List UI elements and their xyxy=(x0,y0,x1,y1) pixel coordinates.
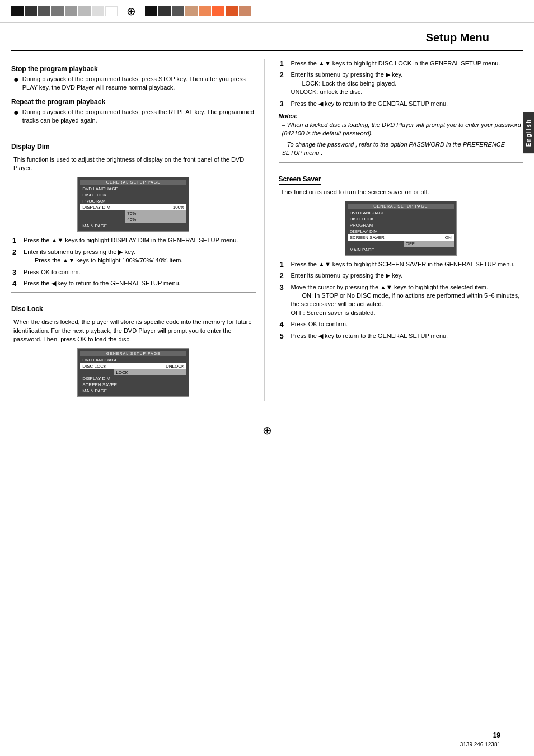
step-number: 4 xyxy=(12,279,20,288)
step-text: Press the ◀ key to return to the GENERAL… xyxy=(291,332,448,340)
divider xyxy=(11,292,256,293)
step-text: Press OK to confirm. xyxy=(24,268,80,276)
repeat-program-text: During playback of the programmed tracks… xyxy=(22,108,256,125)
menu-row-display-dim: DISPLAY DIM100% xyxy=(80,204,186,210)
top-bar: ⊕ xyxy=(0,0,534,23)
repeat-program-bullet: ● During playback of the programmed trac… xyxy=(13,108,256,125)
disc-lock-menu: GENERAL SETUP PAGE DVD LANGUAGE DISC LOC… xyxy=(77,348,189,397)
right-margin-line xyxy=(517,28,517,728)
left-margin-line xyxy=(6,28,6,728)
display-dim-step-4: 4 Press the ◀ key to return to the GENER… xyxy=(12,279,256,288)
screen-saver-step-1: 1 Press the ▲▼ keys to highlight SCREEN … xyxy=(280,260,523,269)
menu-row-program: LOCK xyxy=(114,369,186,375)
section-repeat-program: Repeat the program playback ● During pla… xyxy=(11,98,256,125)
step-text: Press the ▲▼ keys to highlight SCREEN SA… xyxy=(291,260,515,269)
note-1: – When a locked disc is loading, the DVD… xyxy=(282,121,523,138)
menu-title: GENERAL SETUP PAGE xyxy=(80,180,186,185)
screen-saver-step-4: 4 Press OK to confirm. xyxy=(280,320,523,328)
step-number: 4 xyxy=(280,320,288,328)
color-block xyxy=(226,6,238,16)
product-code: 3139 246 12381 xyxy=(460,741,500,748)
step-number: 3 xyxy=(12,268,20,276)
color-block xyxy=(199,6,211,16)
step-text: Press the ◀ key to return to the GENERAL… xyxy=(291,100,448,108)
screen-saver-step-3: 3 Move the cursor by pressing the ▲▼ key… xyxy=(280,283,523,318)
disc-lock-step-2: 2 Enter its submenu by pressing the ▶ ke… xyxy=(280,71,523,96)
screen-saver-menu: GENERAL SETUP PAGE DVD LANGUAGE DISC LOC… xyxy=(345,201,457,256)
note-2: – To change the password , refer to the … xyxy=(282,140,523,158)
menu-row-display-dim: DISPLAY DIM xyxy=(80,375,186,382)
menu-row-disc-lock: DISC LOCK xyxy=(80,192,186,198)
screen-saver-body: This function is used to turn the screen… xyxy=(281,188,523,196)
compass-icon: ⊕ xyxy=(127,4,136,18)
section-display-dim: Display Dim This function is used to adj… xyxy=(11,135,256,288)
color-block xyxy=(51,6,64,16)
step-number: 1 xyxy=(280,260,288,269)
disc-lock-step-1: 1 Press the ▲▼ keys to highlight DISC LO… xyxy=(280,59,523,68)
color-strip-right xyxy=(145,6,251,16)
step-number: 1 xyxy=(280,59,288,68)
step-number: 5 xyxy=(280,332,288,340)
screen-saver-heading: Screen Saver xyxy=(279,175,321,185)
step-number: 2 xyxy=(12,248,20,265)
color-block xyxy=(92,6,104,16)
divider xyxy=(11,130,256,130)
step-number: 2 xyxy=(280,71,288,96)
menu-row-screen-saver: SCREEN SAVER xyxy=(80,382,186,388)
color-block xyxy=(212,6,224,16)
step-number: 3 xyxy=(280,100,288,108)
divider xyxy=(279,162,523,163)
display-dim-step-1: 1 Press the ▲▼ keys to highlight DISPLAY… xyxy=(12,236,256,245)
step-text: Enter its submenu by pressing the ▶ key.… xyxy=(291,71,403,96)
menu-title: GENERAL SETUP PAGE xyxy=(80,351,186,356)
color-block xyxy=(158,6,171,16)
step-text: Press the ▲▼ keys to highlight DISPLAY D… xyxy=(24,236,238,245)
step-text: Press the ◀ key to return to the GENERAL… xyxy=(24,279,181,288)
color-block xyxy=(172,6,184,16)
display-dim-steps: 1 Press the ▲▼ keys to highlight DISPLAY… xyxy=(11,236,256,288)
color-block xyxy=(239,6,251,16)
screen-saver-steps: 1 Press the ▲▼ keys to highlight SCREEN … xyxy=(279,260,523,340)
menu-row-display-dim: DISPLAY DIM xyxy=(348,228,454,234)
bottom-compass: ⊕ xyxy=(0,424,534,437)
menu-row-dvd-language: DVD LANGUAGE xyxy=(80,186,186,192)
menu-row-program: PROGRAM xyxy=(80,198,186,204)
menu-title: GENERAL SETUP PAGE xyxy=(348,204,454,209)
section-disc-lock: Disc Lock When the disc is locked, the p… xyxy=(11,297,256,397)
display-dim-step-2: 2 Enter its submenu by pressing the ▶ ke… xyxy=(12,248,256,265)
stop-program-text: During playback of the programmed tracks… xyxy=(22,75,256,92)
menu-row-disc-lock: DISC LOCKUNLOCK xyxy=(80,363,186,369)
main-content: Stop the program playback ● During playb… xyxy=(0,59,534,401)
color-block xyxy=(78,6,91,16)
left-column: Stop the program playback ● During playb… xyxy=(11,59,265,401)
section-screen-saver: Screen Saver This function is used to tu… xyxy=(279,167,523,341)
display-dim-body: This function is used to adjust the brig… xyxy=(13,156,256,173)
color-strip-left xyxy=(11,6,118,16)
english-tab: English xyxy=(523,112,534,153)
screen-saver-step-5: 5 Press the ◀ key to return to the GENER… xyxy=(280,332,523,340)
menu-row-main-page: MAIN PAGE xyxy=(348,247,454,253)
step-text: Enter its submenu by pressing the ▶ key. xyxy=(291,271,403,280)
disc-lock-body: When the disc is locked, the player will… xyxy=(13,318,256,344)
color-block xyxy=(25,6,37,16)
bullet-icon: ● xyxy=(13,108,19,125)
color-block xyxy=(145,6,157,16)
color-block xyxy=(65,6,77,16)
repeat-program-heading: Repeat the program playback xyxy=(11,98,256,106)
stop-program-heading: Stop the program playback xyxy=(11,65,256,73)
menu-row-40: 40% xyxy=(125,217,186,223)
step-text: Press OK to confirm. xyxy=(291,320,348,328)
color-block xyxy=(11,6,24,16)
step-number: 1 xyxy=(12,236,20,245)
screen-saver-step-2: 2 Enter its submenu by pressing the ▶ ke… xyxy=(280,271,523,280)
bullet-icon: ● xyxy=(13,75,19,92)
right-column: 1 Press the ▲▼ keys to highlight DISC LO… xyxy=(276,59,523,401)
step-text: Press the ▲▼ keys to highlight DISC LOCK… xyxy=(291,59,500,68)
step-number: 3 xyxy=(280,283,288,318)
section-stop-program: Stop the program playback ● During playb… xyxy=(11,65,256,92)
menu-row-screen-saver: SCREEN SAVERON xyxy=(348,234,454,241)
color-block xyxy=(185,6,198,16)
menu-row-program: PROGRAM xyxy=(348,222,454,228)
menu-row-dvd-language: DVD LANGUAGE xyxy=(348,210,454,216)
menu-row-disc-lock: DISC LOCK xyxy=(348,216,454,222)
